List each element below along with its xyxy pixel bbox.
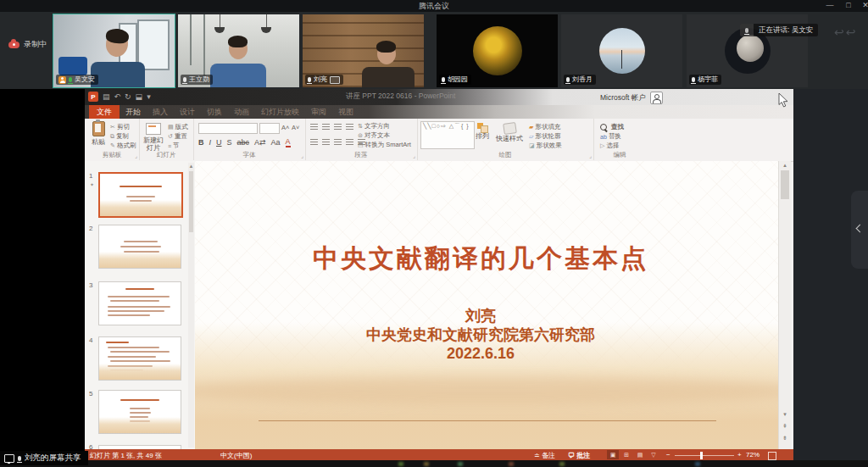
replace-button[interactable]: ab替换: [600, 132, 621, 141]
next-slide-icon[interactable]: ⇟: [779, 434, 791, 442]
grow-font-button[interactable]: A˄: [281, 124, 289, 131]
shape-fill-button[interactable]: ▰形状填充: [529, 123, 560, 131]
change-case-button[interactable]: Aa: [271, 138, 281, 147]
reset-button[interactable]: ↺重置: [168, 132, 187, 141]
shadow-button[interactable]: S: [227, 138, 232, 147]
slide-scrollbar[interactable]: ▴ ▾ ⇞ ⇟: [778, 161, 791, 449]
slide-canvas[interactable]: 中央文献翻译的几个基本点 刘亮 中央党史和文献研究院第六研究部 2022.6.1…: [195, 161, 778, 449]
font-name-input[interactable]: [198, 123, 258, 134]
char-spacing-button[interactable]: A⇄: [254, 138, 266, 147]
reading-view-button[interactable]: ▤: [634, 450, 646, 459]
scroll-up-icon[interactable]: ▲: [188, 163, 194, 170]
account-area[interactable]: Microsoft 帐户: [600, 92, 663, 104]
slide-divider-line: [259, 420, 716, 421]
screen-share-banner[interactable]: 刘亮的屏幕共享: [0, 451, 88, 465]
dialog-launcher-icon[interactable]: ⌟: [589, 153, 592, 158]
video-tile[interactable]: 刘亮: [303, 14, 424, 87]
dialog-launcher-icon[interactable]: ⌟: [135, 153, 137, 158]
zoom-in-button[interactable]: +: [737, 451, 742, 459]
panel-scrollbar[interactable]: ▲: [188, 163, 194, 448]
tab-file[interactable]: 文件: [89, 105, 120, 119]
find-button[interactable]: 查找: [600, 123, 624, 131]
text-direction-button[interactable]: ⇅文字方向: [358, 122, 390, 131]
save-icon[interactable]: ▤: [103, 92, 110, 102]
section-button[interactable]: ≡节: [168, 142, 180, 150]
avatar: [473, 26, 522, 75]
zoom-slider-thumb[interactable]: [700, 452, 703, 459]
tab-slideshow[interactable]: 幻灯片放映: [255, 105, 305, 119]
align-text-button[interactable]: ⊜对齐文本: [358, 131, 390, 140]
panel-scroll-thumb[interactable]: [189, 171, 193, 232]
slide-thumbnail-2[interactable]: [98, 225, 181, 269]
customize-qat-icon[interactable]: ▾: [147, 92, 151, 102]
tab-insert[interactable]: 插入: [147, 105, 174, 119]
fit-to-window-button[interactable]: [768, 452, 776, 460]
video-tile[interactable]: 王立勋: [178, 14, 299, 87]
zoom-slider[interactable]: [675, 455, 734, 456]
scroll-up-icon[interactable]: ▴: [779, 161, 791, 170]
quick-styles-button[interactable]: 快速样式: [493, 121, 526, 142]
slide-number: 1: [89, 172, 92, 180]
new-slide-button[interactable]: 新建幻灯片: [141, 121, 166, 152]
video-tile[interactable]: 刘香月: [561, 14, 682, 87]
cut-button[interactable]: ✂剪切: [110, 123, 130, 131]
zoom-level[interactable]: 72%: [746, 451, 760, 459]
tab-view[interactable]: 视图: [332, 105, 359, 119]
shape-effects-button[interactable]: ◪形状效果: [529, 142, 562, 150]
mic-icon: [566, 77, 570, 82]
slideshow-view-button[interactable]: ▽: [648, 450, 659, 459]
zoom-out-button[interactable]: −: [666, 451, 670, 459]
notes-button[interactable]: ≐ 备注: [534, 451, 555, 460]
language-status[interactable]: 中文(中国): [220, 451, 252, 460]
previous-slide-icon[interactable]: ⇞: [779, 422, 791, 431]
scroll-thumb[interactable]: [781, 170, 789, 199]
slide-thumbnail-4[interactable]: [98, 336, 181, 381]
start-from-beginning-icon[interactable]: ⬓: [136, 92, 143, 102]
slide-thumbnail-3[interactable]: [98, 281, 181, 325]
paste-button[interactable]: 粘贴: [88, 121, 108, 146]
normal-view-button[interactable]: ▣: [607, 450, 619, 459]
comments-button[interactable]: 🗩 批注: [568, 451, 590, 460]
ppt-titlebar: P ▤ ↶ ↻ ⬓ ▾ 讲座 PPT 2022 0616 - PowerPoin…: [85, 89, 793, 105]
select-button[interactable]: ▷选择: [600, 142, 619, 150]
layout-button[interactable]: ▤版式: [168, 123, 188, 131]
scroll-down-icon[interactable]: ▾: [779, 410, 791, 419]
slide-landscape-decor: [195, 376, 778, 405]
slide-number: 4: [89, 336, 92, 344]
shapes-gallery[interactable]: ╲╲□○⇨ △⌒{ }: [420, 121, 475, 149]
maximize-button[interactable]: □: [843, 1, 854, 9]
dialog-launcher-icon[interactable]: ⌟: [413, 153, 415, 158]
arrange-button[interactable]: 排列: [473, 121, 492, 140]
panel-collapse-tab[interactable]: [851, 191, 868, 269]
list-indent-buttons[interactable]: [310, 124, 353, 130]
format-painter-button[interactable]: ✎格式刷: [110, 142, 136, 150]
tab-animations[interactable]: 动画: [228, 105, 255, 119]
slide-thumbnail-5[interactable]: [98, 390, 181, 434]
slide-sorter-view-button[interactable]: ⊞: [620, 450, 632, 459]
redo-icon[interactable]: ↻: [125, 92, 131, 102]
shape-outline-button[interactable]: ▱形状轮廓: [529, 132, 560, 141]
tab-design[interactable]: 设计: [174, 105, 201, 119]
font-color-button[interactable]: A: [286, 137, 291, 147]
slide-title[interactable]: 中央文献翻译的几个基本点: [195, 242, 766, 276]
font-size-input[interactable]: [259, 123, 280, 134]
slide-thumbnail-1[interactable]: [98, 172, 183, 218]
tab-home[interactable]: 开始: [120, 105, 147, 119]
video-tile[interactable]: 胡园园: [437, 14, 558, 87]
smartart-button[interactable]: ⬒转换为 SmartArt: [358, 141, 411, 149]
tab-review[interactable]: 审阅: [305, 105, 332, 119]
powerpoint-logo-icon[interactable]: P: [88, 92, 98, 102]
bold-button[interactable]: B: [198, 138, 204, 147]
italic-button[interactable]: I: [209, 138, 212, 147]
tab-transitions[interactable]: 切换: [201, 105, 228, 119]
close-button[interactable]: ✕: [860, 1, 868, 9]
video-tile[interactable]: 吴文安: [53, 14, 175, 87]
undo-icon[interactable]: ↶: [114, 92, 121, 102]
underline-button[interactable]: U: [216, 138, 222, 147]
strikethrough-button[interactable]: abc: [237, 138, 250, 147]
minimize-button[interactable]: —: [824, 1, 836, 9]
shrink-font-button[interactable]: A˅: [292, 124, 299, 131]
dialog-launcher-icon[interactable]: ⌟: [301, 153, 303, 158]
slide-subtitle[interactable]: 刘亮 中央党史和文献研究院第六研究部 2022.6.16: [195, 307, 766, 363]
copy-button[interactable]: ⧉复制: [110, 132, 129, 141]
